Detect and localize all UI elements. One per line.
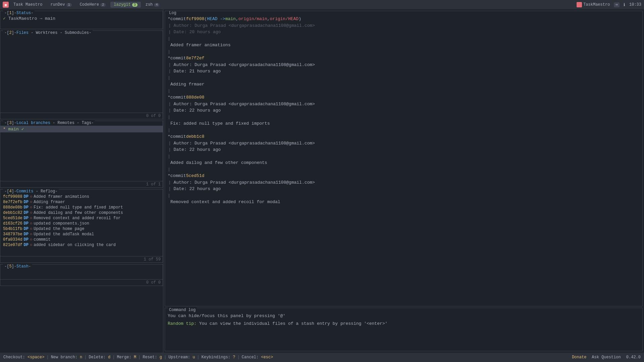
bottom-bar: Checkout: <space> | New branch: n | Dele… (0, 353, 644, 362)
log-commit-4: * commit debb1c8 | Author: Durga Prasad … (168, 133, 640, 173)
tab-rundev-num: 1 (66, 3, 72, 7)
key-reset: Reset: g (143, 355, 162, 360)
tab-rundev-label: runDev (50, 2, 65, 7)
commit-row[interactable]: d163cf26 DP ○ updated components.json (2, 221, 161, 226)
tab-zsh-num: 4 (154, 3, 159, 7)
commit-row[interactable]: 821e07df DP ○ added sidebar on clicking … (2, 242, 161, 248)
key-cancel: Cancel: <esc> (242, 355, 273, 360)
log-panel-title: Log (168, 11, 178, 15)
status-arrow: → (40, 16, 45, 21)
log-commit-2: * commit 8e7f2ef | Author: Durga Prasad … (168, 55, 640, 94)
log-commit-5: * commit 5ced51d | Author: Durga Prasad … (168, 173, 640, 205)
tab-zsh[interactable]: zsh 4 (142, 2, 163, 8)
left-panel: -[1]-Status- ✓ TaskMaestro → main -[2]-F… (0, 9, 163, 353)
stash-section-title: -[5]-Stash- (3, 264, 32, 269)
key-checkout: Checkout: <space> (3, 355, 44, 360)
commits-section: -[4]-Commits - Reflog- fcf99088 DP ○ Add… (0, 189, 163, 263)
commits-footer: 1 of 59 (0, 256, 163, 262)
taskmaestro-right: TaskMaestro (577, 2, 610, 7)
status-section: -[1]-Status- ✓ TaskMaestro → main (0, 11, 163, 29)
command-log-content: You can hide/focus this panel by pressin… (165, 308, 642, 329)
tab-codehere-num: 2 (100, 3, 106, 7)
tab-lazygit[interactable]: lazygit 3 (110, 2, 141, 8)
commit-row[interactable]: 0fa0334d DP ○ commmit (2, 237, 161, 242)
commits-section-title: -[4]-Commits - Reflog- (3, 189, 59, 194)
command-log-title: Command log (168, 308, 197, 312)
key-new-branch: New branch: n (51, 355, 83, 360)
tab-zsh-label: zsh (146, 2, 153, 7)
tab-lazygit-num: 3 (132, 3, 138, 7)
command-log-panel: Command log You can hide/focus this pane… (165, 308, 643, 351)
bottom-keys: Checkout: <space> | New branch: n | Dele… (3, 355, 273, 360)
commit-row[interactable]: 888de08b DP ○ Fix: added null type and f… (2, 205, 161, 210)
status-repo: TaskMaestro (8, 16, 37, 21)
commit-row[interactable]: 5ced51de DP ○ Removed context and added … (2, 216, 161, 221)
stash-section: -[5]-Stash- 0 of 0 (0, 264, 163, 286)
commit-row[interactable]: 8e7f2efb DP ○ Adding frmaer (2, 199, 161, 205)
version-label: 0.42.0 (626, 355, 641, 360)
stash-footer: 0 of 0 (0, 279, 163, 286)
tab-taskmaestro-label: Task Maestro (13, 2, 42, 7)
status-branch: main (45, 16, 55, 21)
bottom-right: Donate Ask Question 0.42.0 (572, 355, 641, 360)
commits-list: fcf99088 DP ○ Added framer animations 8e… (0, 189, 163, 248)
branches-footer: 1 of 1 (0, 181, 163, 187)
cmd-tip2: Random tip: You can view the individual … (168, 320, 640, 327)
commit-row[interactable]: 348797be DP ○ Updated the addTask modal (2, 232, 161, 237)
right-panel: Log * commit fcf9908 (HEAD -> main, orig… (163, 9, 644, 353)
key-upstream: Upstream: u (168, 355, 195, 360)
donate-button[interactable]: Donate (572, 355, 586, 360)
commit-row[interactable]: debb1c82 DP ○ Added dailog and few other… (2, 210, 161, 216)
key-merge: Merge: M (117, 355, 136, 360)
key-delete: Delete: d (89, 355, 110, 360)
commit-row[interactable]: fcf99088 DP ○ Added framer animations (2, 194, 161, 199)
cmd-tip2-label: Random tip: (168, 321, 197, 326)
tab-lazygit-label: lazygit (114, 2, 130, 7)
app-icon: ▣ (3, 2, 9, 8)
commit-row[interactable]: 5b4b11fb DP ○ Updated the home page (2, 226, 161, 232)
branches-list: * main ✓ (0, 121, 163, 181)
tab-rundev[interactable]: runDev 1 (47, 2, 75, 8)
files-section: -[2]-Files - Worktrees - Submodules- 0 o… (0, 31, 163, 119)
cmd-tip1: You can hide/focus this panel by pressin… (168, 312, 640, 320)
status-section-title: -[1]-Status- (3, 11, 35, 15)
log-commit-1: * commit fcf9908 (HEAD -> main, origin/m… (168, 16, 640, 55)
files-section-title: -[2]-Files - Worktrees - Submodules- (3, 31, 93, 35)
info-icon: ℹ (624, 2, 625, 7)
log-panel: Log * commit fcf9908 (HEAD -> main, orig… (165, 11, 643, 306)
status-check: ✓ (3, 16, 6, 21)
tab-codehere-label: CodeHere (80, 2, 99, 7)
main-layout: -[1]-Status- ✓ TaskMaestro → main -[2]-F… (0, 9, 644, 353)
cmd-tip2-text: You can view the individual files of a s… (199, 321, 388, 326)
log-commit-3: * commit 888de08 | Author: Durga Prasad … (168, 94, 640, 133)
tab-codehere[interactable]: CodeHere 2 (76, 2, 109, 8)
branch-item-main[interactable]: * main ✓ (0, 126, 163, 132)
files-footer: 0 of 0 (0, 113, 163, 119)
tab-taskmaestro[interactable]: Task Maestro (10, 2, 46, 8)
key-keybindings: Keybindings: ? (202, 355, 235, 360)
top-bar: ▣ Task Maestro runDev 1 CodeHere 2 lazyg… (0, 0, 644, 9)
ask-question-button[interactable]: Ask Question (592, 355, 621, 360)
taskmaestro-label: TaskMaestro (583, 2, 610, 7)
tm-icon (577, 2, 582, 7)
log-content: * commit fcf9908 (HEAD -> main, origin/m… (165, 11, 642, 306)
branches-section-title: -[3]-Local branches - Remotes - Tags- (3, 121, 95, 125)
keyboard-icon: ⌨ (614, 2, 620, 7)
files-content (0, 31, 163, 113)
top-bar-right: TaskMaestro ⌨ ℹ 10:33 (577, 2, 641, 7)
branches-section: -[3]-Local branches - Remotes - Tags- * … (0, 121, 163, 188)
clock: 10:33 (629, 2, 641, 7)
